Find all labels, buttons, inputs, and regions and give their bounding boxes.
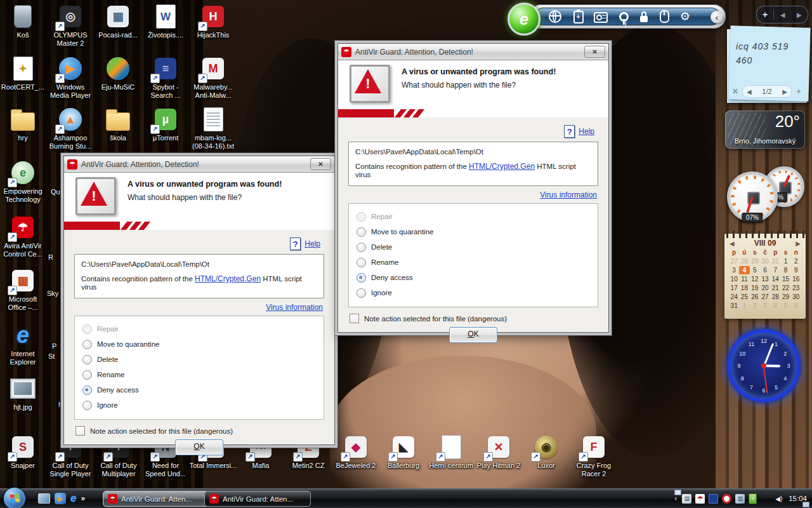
calendar-day-cell[interactable]: 15 <box>780 275 790 283</box>
virus-information-link[interactable]: Virus information <box>540 190 597 199</box>
show-desktop-icon[interactable] <box>38 493 50 504</box>
desktop-icon-hern-centrum[interactable]: ↗Herní centrum <box>427 434 475 470</box>
calendar-day-cell[interactable]: 5 <box>780 302 790 310</box>
calendar-day-cell[interactable]: 6 <box>791 302 801 310</box>
calendar-day-cell[interactable]: 7 <box>770 266 780 274</box>
radio-repair[interactable]: Repair <box>82 321 316 337</box>
dock-collapse-icon[interactable]: ‹ <box>710 11 723 23</box>
desktop-icon-microsoft-office[interactable]: ▦↗Microsoft Office –... <box>0 268 47 312</box>
calendar-day-cell[interactable]: 2 <box>750 302 760 310</box>
antivir-dialog-back[interactable]: ☂ AntiVir Guard: Attention, Detection! ✕… <box>63 156 335 445</box>
desktop-icon-mbam-log-08-34-16-txt[interactable]: mbam-log... (08-34-16).txt <box>189 107 237 150</box>
calendar-day-cell[interactable]: 4 <box>770 302 780 310</box>
calendar-day-cell[interactable]: 1 <box>739 302 749 310</box>
calendar-day-cell[interactable]: 17 <box>729 284 739 292</box>
calendar-day-cell[interactable]: 24 <box>729 293 739 301</box>
tray-app-icon[interactable]: ▤ <box>682 494 691 504</box>
radio-delete[interactable]: Delete <box>82 352 316 367</box>
dialog-titlebar[interactable]: ☂ AntiVir Guard: Attention, Detection! ✕ <box>64 156 334 173</box>
calendar-day-cell[interactable]: 9 <box>791 266 801 274</box>
calendar-day-cell[interactable]: 19 <box>750 284 760 292</box>
antivir-dialog-front[interactable]: ☂ AntiVir Guard: Attention, Detection! ✕… <box>337 43 609 333</box>
calendar-day-cell[interactable]: 31 <box>729 302 739 310</box>
calendar-day-cell[interactable]: 26 <box>750 293 760 301</box>
desktop-icon-ko[interactable]: Koš <box>0 4 47 39</box>
desktop-icon-ivotopis[interactable]: WŽivotopis.... <box>141 4 190 39</box>
note-action-checkbox-row[interactable]: Note action selected for this file (dang… <box>75 426 323 436</box>
close-button[interactable]: ✕ <box>584 46 605 58</box>
desktop-icon-ballerburg[interactable]: ◣↗Ballerburg <box>379 434 428 470</box>
dialog-titlebar[interactable]: ☂ AntiVir Guard: Attention, Detection! ✕ <box>338 44 608 60</box>
calendar-day-cell[interactable]: 22 <box>780 284 790 292</box>
pager-next-button[interactable]: ▶ <box>791 11 808 18</box>
calendar-day-cell[interactable]: 12 <box>750 275 760 283</box>
desktop-icon-crazy-frog-racer-2[interactable]: F↗Crazy Frog Racer 2 <box>570 434 618 478</box>
desktop-icon-empowering-technology[interactable]: e↗Empowering Technology <box>0 160 47 204</box>
calendar-gadget[interactable]: ◀ VIII 09 ▶ púsčpsn272829303112345678910… <box>724 234 806 319</box>
desktop-icon-play-hitman-2[interactable]: ✕↗Play Hitman 2 <box>475 434 523 470</box>
radio-delete[interactable]: Delete <box>357 239 590 255</box>
help-icon[interactable] <box>290 237 301 250</box>
desktop-icon-hijackthis[interactable]: H↗HijackThis <box>189 4 237 39</box>
radio-rename[interactable]: Rename <box>82 367 316 382</box>
calendar-day-cell[interactable]: 29 <box>780 293 790 301</box>
calendar-day-cell[interactable]: 5 <box>750 266 760 274</box>
desktop-icon-hry[interactable]: hry <box>0 107 47 142</box>
cpu-gauge[interactable]: 07% <box>727 171 778 222</box>
internet-explorer-icon[interactable]: e <box>70 492 76 505</box>
battery-icon[interactable] <box>573 11 584 23</box>
calendar-day-cell[interactable]: 14 <box>770 275 780 283</box>
desktop-icon-torrent[interactable]: µ↗µTorrent <box>141 107 190 142</box>
note-next-icon[interactable]: ▶ <box>782 88 787 95</box>
taskbar-button-antivir-1[interactable]: ☂ AntiVir Guard: Atten... <box>103 491 209 507</box>
desktop-icon-kola[interactable]: škola <box>94 107 142 142</box>
calendar-day-cell[interactable]: 6 <box>760 266 770 274</box>
tray-ashampoo-icon[interactable] <box>722 494 731 504</box>
calendar-day-cell[interactable]: 20 <box>760 284 770 292</box>
desktop-icon-pocasi-rad[interactable]: ▦Pocasi-rad... <box>94 4 142 39</box>
weather-gadget[interactable]: 20° Brno, Jihomoravský <box>725 110 805 149</box>
radio-ignore[interactable]: Ignore <box>82 398 316 413</box>
note-action-checkbox-row[interactable]: Note action selected for this file (dang… <box>350 314 597 323</box>
pointer-icon[interactable] <box>660 10 669 23</box>
media-player-icon[interactable]: ▶ <box>55 493 66 504</box>
desktop-icon-eju-music[interactable]: Eju-MuSiC <box>94 56 142 91</box>
card-icon[interactable] <box>594 12 608 23</box>
radio-repair[interactable]: Repair <box>357 209 590 224</box>
radio-deny-access[interactable]: Deny access <box>82 382 316 398</box>
tray-power-icon[interactable]: + <box>749 493 757 504</box>
calendar-day-cell[interactable]: 28 <box>770 293 780 301</box>
desktop-icon-olympus-master-2[interactable]: ◎↗OLYMPUS Master 2 <box>46 4 95 48</box>
close-button[interactable]: ✕ <box>310 158 331 170</box>
ok-button[interactable]: OK <box>449 327 497 343</box>
calendar-day-cell[interactable]: 10 <box>729 275 739 283</box>
calendar-day-cell[interactable]: 30 <box>760 257 770 265</box>
tray-utorrent-icon[interactable] <box>709 494 718 504</box>
pager-prev-button[interactable]: ◀ <box>774 11 790 18</box>
start-button[interactable] <box>3 487 26 508</box>
dock-logo-icon[interactable]: e <box>508 3 540 36</box>
checkbox-icon[interactable] <box>75 426 85 436</box>
calendar-day-cell[interactable]: 29 <box>750 257 760 265</box>
calendar-prev-icon[interactable]: ◀ <box>730 240 735 247</box>
taskbar-button-antivir-2[interactable]: ☂ AntiVir Guard: Atten... <box>204 491 311 507</box>
virus-name-link[interactable]: HTML/Crypted.Gen <box>195 274 261 283</box>
clock-gadget[interactable]: 121234567891011 <box>731 333 797 399</box>
desktop-icon-spybot-search[interactable]: ≡↗Spybot - Search ... <box>141 56 190 100</box>
quick-launch-overflow-icon[interactable]: » <box>81 494 84 503</box>
help-link[interactable]: Help <box>304 239 320 248</box>
desktop-icon-ashampoo-burning-stu[interactable]: ▲↗Ashampoo Burning Stu... <box>46 107 95 150</box>
note-add-icon[interactable]: + <box>794 87 803 96</box>
calendar-day-cell[interactable]: 31 <box>770 257 780 265</box>
lock-icon[interactable] <box>640 16 648 22</box>
desktop-icon-hjt-jpg[interactable]: hjt.jpg <box>0 376 47 411</box>
calendar-day-cell[interactable]: 27 <box>729 257 739 265</box>
notes-gadget[interactable]: icq 403 519 460 ✕ ◀ 1/2 ▶ + <box>727 29 807 103</box>
calendar-day-cell[interactable]: 27 <box>760 293 770 301</box>
virus-name-link[interactable]: HTML/Crypted.Gen <box>469 162 535 171</box>
tray-overflow-icon[interactable]: ‹ <box>674 494 677 503</box>
calendar-next-icon[interactable]: ▶ <box>796 240 801 247</box>
tray-network-icon[interactable] <box>761 494 770 504</box>
radio-deny-access[interactable]: Deny access <box>357 270 590 285</box>
calendar-day-cell[interactable]: 23 <box>791 284 801 292</box>
